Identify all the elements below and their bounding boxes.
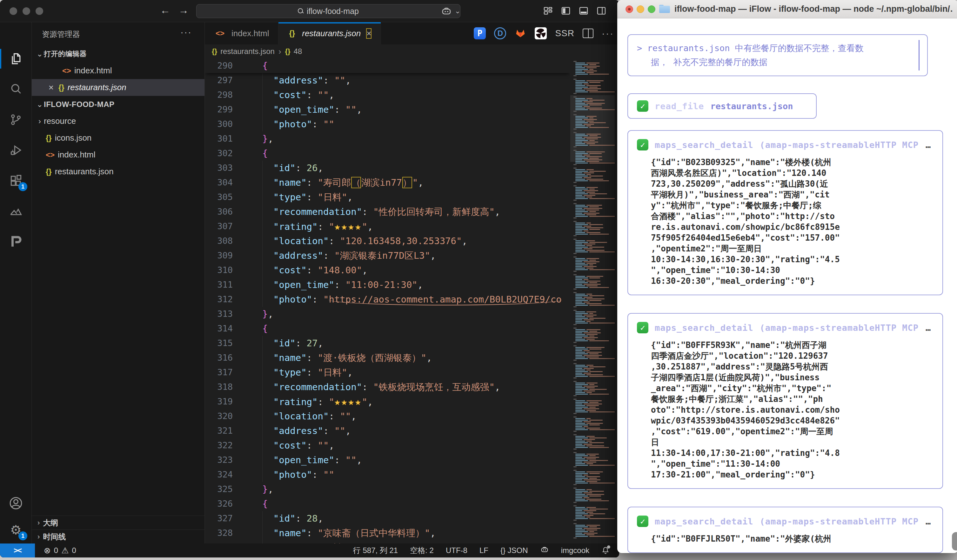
code-line[interactable]: 305 "type": "日料", — [205, 190, 570, 204]
file-row[interactable]: {}icons.json — [32, 129, 204, 146]
close-file-icon[interactable]: × — [46, 82, 57, 93]
code-line[interactable]: 297 "address": "", — [205, 73, 570, 88]
sidebar-item-run-debug[interactable] — [0, 138, 32, 162]
eol-status[interactable]: LF — [480, 546, 488, 555]
terminal-body[interactable]: > restaurants.json 中有些餐厅的数据不完整，查看数 据， 补充… — [627, 18, 945, 553]
code-line[interactable]: 324 "photo": "" — [205, 467, 570, 482]
code-line[interactable]: 327 "id": 28, — [205, 511, 570, 526]
code-line[interactable]: 302 { — [205, 146, 570, 161]
minimap[interactable] — [570, 58, 615, 544]
copilot-status-icon[interactable] — [540, 545, 549, 556]
code-line[interactable]: 300 "photo": "" — [205, 117, 570, 131]
copilot-chevron-icon[interactable]: ⌄ — [455, 7, 460, 15]
code-line[interactable]: 298 "cost": "", — [205, 88, 570, 102]
code-lines[interactable]: 297 "address": "",298 "cost": "",299 "op… — [205, 73, 570, 544]
code-line[interactable]: 326 { — [205, 497, 570, 511]
code-line[interactable]: 318 "recommendation": "铁板烧现场烹饪，互动感强", — [205, 380, 570, 394]
file-row[interactable]: {}restaurants.json — [32, 163, 204, 180]
breadcrumb-file[interactable]: restaurants.json — [220, 47, 275, 56]
code-editor[interactable]: 290 { 297 "address": "",298 "cost": "",2… — [205, 58, 570, 544]
remote-indicator[interactable]: >< — [0, 544, 35, 557]
terminal-titlebar[interactable]: iflow-food-map — iFlow - iflow-food-map … — [617, 0, 957, 18]
minimize-window-icon[interactable] — [636, 5, 644, 13]
sidebar-item-source-control[interactable] — [0, 107, 32, 132]
workspace-root[interactable]: ⌄IFLOW-FOOD-MAP — [32, 96, 204, 113]
toggle-panel-icon[interactable] — [578, 6, 589, 16]
tab-restaurants-json[interactable]: {} restaurants.json × — [278, 22, 381, 44]
code-line[interactable]: 328 "name": "京味斋（日式中华料理）", — [205, 526, 570, 540]
tab-index-html[interactable]: <> index.html — [205, 22, 278, 44]
sidebar-item-mountains-tool[interactable] — [0, 199, 32, 224]
code-line[interactable]: 320 "location": "", — [205, 409, 570, 423]
code-line[interactable]: 321 "address": "", — [205, 423, 570, 438]
code-line[interactable]: 329 "type": "日料", — [205, 540, 570, 544]
code-line[interactable]: 317 "type": "日料", — [205, 365, 570, 380]
cursor-position[interactable]: 行 587, 列 21 — [353, 546, 398, 555]
split-editor-icon[interactable] — [583, 28, 594, 38]
breadcrumb[interactable]: {} restaurants.json › {} 48 — [205, 44, 619, 58]
close-window-icon[interactable] — [625, 5, 633, 13]
indentation-status[interactable]: 空格: 2 — [410, 546, 434, 555]
open-editors-header[interactable]: ⌄打开的编辑器 — [32, 46, 204, 62]
p-extension-icon[interactable]: P — [474, 27, 486, 39]
code-line[interactable]: 323 "open_time": "", — [205, 453, 570, 467]
explorer-more-icon[interactable]: ··· — [180, 27, 192, 38]
file-row[interactable]: ›resource — [32, 113, 204, 129]
code-line[interactable]: 303 "id": 26, — [205, 161, 570, 175]
encoding-status[interactable]: UTF-8 — [446, 546, 467, 555]
navigate-forward-icon[interactable]: → — [177, 5, 191, 16]
sidebar-item-explorer[interactable] — [0, 46, 32, 71]
copilot-icon[interactable] — [441, 5, 452, 18]
minimize-window-icon[interactable] — [22, 7, 30, 15]
code-line[interactable]: 310 "cost": "148.00", — [205, 263, 570, 278]
prompt-input-box[interactable]: > restaurants.json 中有些餐厅的数据不完整，查看数 据， 补充… — [627, 34, 928, 76]
gitlab-icon[interactable] — [514, 27, 526, 40]
code-line[interactable]: 322 "cost": "", — [205, 438, 570, 453]
code-line[interactable]: 316 "name": "渡·铁板烧（西湖银泰）", — [205, 350, 570, 365]
terminal-scrollbar[interactable] — [952, 532, 957, 551]
sidebar-item-extensions[interactable]: 1 — [0, 168, 32, 193]
code-line[interactable]: 309 "address": "湖滨银泰in77D区L3", — [205, 248, 570, 263]
code-line[interactable]: 299 "open_time": "", — [205, 102, 570, 117]
code-line[interactable]: 301 }, — [205, 131, 570, 146]
open-editor-item[interactable]: <>index.html — [32, 62, 204, 79]
swirl-icon[interactable] — [535, 27, 547, 39]
problems-status[interactable]: ⊗ 0 ⚠ 0 — [44, 544, 76, 557]
command-center-search[interactable]: iflow-food-map — [196, 4, 460, 18]
notifications-bell-icon[interactable] — [602, 546, 610, 555]
maximize-window-icon[interactable] — [36, 7, 43, 15]
tool-call-box[interactable]: ✓maps_search_detail(amap-maps-streamable… — [627, 313, 943, 489]
tool-call-box[interactable]: ✓maps_search_detail(amap-maps-streamable… — [627, 130, 943, 295]
more-actions-icon[interactable]: ··· — [602, 28, 614, 39]
code-line[interactable]: 319 "rating": "★★★★", — [205, 394, 570, 409]
file-row[interactable]: <>index.html — [32, 146, 204, 163]
code-line[interactable]: 304 "name": "寿司郎（湖滨in77）", — [205, 175, 570, 190]
settings-gear-icon[interactable]: ⚙ 1 — [0, 517, 32, 542]
language-status[interactable]: {} JSON — [501, 546, 528, 555]
terminal-window-controls[interactable] — [625, 5, 655, 13]
code-line[interactable]: 311 "open_time": "11:00-21:30", — [205, 278, 570, 292]
code-line[interactable]: 314 { — [205, 321, 570, 336]
toggle-secondary-sidebar-icon[interactable] — [596, 6, 606, 16]
open-editor-item[interactable]: ×{}restaurants.json — [32, 79, 204, 96]
sidebar-item-search[interactable] — [0, 77, 32, 102]
code-line[interactable]: 306 "recommendation": "性价比回转寿司，新鲜度高", — [205, 204, 570, 219]
code-line[interactable]: 290 { — [205, 58, 570, 73]
navigate-back-icon[interactable]: ← — [158, 5, 172, 16]
close-tab-icon[interactable]: × — [366, 28, 371, 38]
window-controls[interactable] — [9, 7, 43, 15]
ssr-button[interactable]: SSR — [555, 28, 575, 38]
timeline-section[interactable]: › 时间线 — [32, 530, 204, 544]
imgcook-status[interactable]: imgcook — [561, 546, 589, 555]
breadcrumb-node[interactable]: 48 — [294, 47, 302, 56]
customize-layout-icon[interactable] — [543, 6, 553, 16]
code-line[interactable]: 313 }, — [205, 307, 570, 321]
toggle-primary-sidebar-icon[interactable] — [561, 6, 571, 16]
code-line[interactable]: 308 "location": "120.163458,30.253376", — [205, 233, 570, 248]
code-line[interactable]: 315 "id": 27, — [205, 336, 570, 350]
close-window-icon[interactable] — [9, 7, 17, 15]
tool-call-box[interactable]: ✓maps_search_detail(amap-maps-streamable… — [627, 507, 943, 553]
d-circle-icon[interactable]: D — [494, 27, 506, 39]
outline-section[interactable]: › 大纲 — [32, 516, 204, 530]
account-icon[interactable] — [0, 491, 32, 516]
